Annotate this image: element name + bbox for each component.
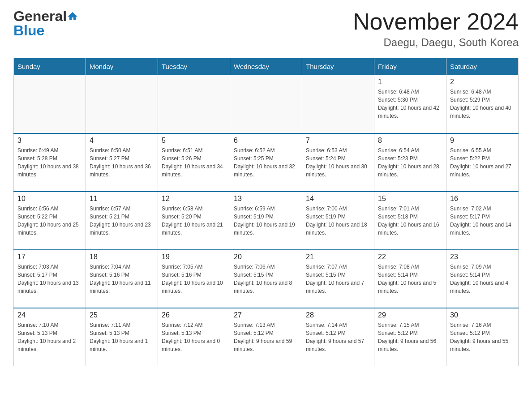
calendar-day-cell: 7Sunrise: 6:53 AMSunset: 5:24 PMDaylight… <box>302 133 374 192</box>
calendar-week-row: 1Sunrise: 6:48 AMSunset: 5:30 PMDaylight… <box>14 75 519 133</box>
day-info: Sunrise: 7:13 AMSunset: 5:12 PMDaylight:… <box>234 321 298 353</box>
day-info: Sunrise: 6:59 AMSunset: 5:19 PMDaylight:… <box>234 205 298 237</box>
day-number: 1 <box>378 78 442 86</box>
weekday-header-saturday: Saturday <box>446 58 519 75</box>
day-info: Sunrise: 7:08 AMSunset: 5:14 PMDaylight:… <box>378 263 442 295</box>
calendar-day-cell: 20Sunrise: 7:06 AMSunset: 5:15 PMDayligh… <box>230 250 302 308</box>
calendar-body: 1Sunrise: 6:48 AMSunset: 5:30 PMDaylight… <box>14 75 519 366</box>
calendar-day-cell: 11Sunrise: 6:57 AMSunset: 5:21 PMDayligh… <box>86 192 158 250</box>
calendar-day-cell: 19Sunrise: 7:05 AMSunset: 5:16 PMDayligh… <box>158 250 230 308</box>
day-info: Sunrise: 7:14 AMSunset: 5:12 PMDaylight:… <box>306 321 370 353</box>
weekday-header-wednesday: Wednesday <box>230 58 302 75</box>
calendar-day-cell: 26Sunrise: 7:12 AMSunset: 5:13 PMDayligh… <box>158 308 230 366</box>
day-info: Sunrise: 7:02 AMSunset: 5:17 PMDaylight:… <box>450 205 515 237</box>
page-title: November 2024 <box>353 9 519 34</box>
day-number: 21 <box>306 253 370 261</box>
day-number: 18 <box>90 253 154 261</box>
calendar-week-row: 10Sunrise: 6:56 AMSunset: 5:22 PMDayligh… <box>14 192 519 250</box>
day-info: Sunrise: 7:16 AMSunset: 5:12 PMDaylight:… <box>450 321 515 353</box>
day-number: 9 <box>450 137 515 145</box>
day-info: Sunrise: 7:09 AMSunset: 5:14 PMDaylight:… <box>450 263 515 295</box>
day-number: 28 <box>306 311 370 319</box>
title-area: November 2024 Daegu, Daegu, South Korea <box>353 9 519 49</box>
day-info: Sunrise: 6:49 AMSunset: 5:28 PMDaylight:… <box>17 146 82 179</box>
day-info: Sunrise: 6:48 AMSunset: 5:29 PMDaylight:… <box>450 88 515 120</box>
day-number: 6 <box>234 137 298 145</box>
day-number: 4 <box>90 137 154 145</box>
calendar-week-row: 17Sunrise: 7:03 AMSunset: 5:17 PMDayligh… <box>14 250 519 308</box>
day-number: 26 <box>162 311 226 319</box>
day-number: 20 <box>234 253 298 261</box>
calendar-day-cell: 22Sunrise: 7:08 AMSunset: 5:14 PMDayligh… <box>374 250 446 308</box>
page-subtitle: Daegu, Daegu, South Korea <box>353 36 519 49</box>
day-number: 23 <box>450 253 515 261</box>
day-info: Sunrise: 6:53 AMSunset: 5:24 PMDaylight:… <box>306 146 370 179</box>
day-number: 5 <box>162 137 226 145</box>
calendar-header: SundayMondayTuesdayWednesdayThursdayFrid… <box>14 58 519 75</box>
calendar-day-cell <box>302 75 374 133</box>
logo-blue-text: Blue <box>13 22 44 39</box>
calendar-day-cell: 10Sunrise: 6:56 AMSunset: 5:22 PMDayligh… <box>14 192 86 250</box>
day-number: 14 <box>306 195 370 203</box>
weekday-header-row: SundayMondayTuesdayWednesdayThursdayFrid… <box>14 58 519 75</box>
day-number: 16 <box>450 195 515 203</box>
calendar-day-cell: 3Sunrise: 6:49 AMSunset: 5:28 PMDaylight… <box>14 133 86 192</box>
calendar-day-cell: 15Sunrise: 7:01 AMSunset: 5:18 PMDayligh… <box>374 192 446 250</box>
weekday-header-monday: Monday <box>86 58 158 75</box>
weekday-header-tuesday: Tuesday <box>158 58 230 75</box>
day-info: Sunrise: 7:06 AMSunset: 5:15 PMDaylight:… <box>234 263 298 295</box>
day-info: Sunrise: 7:00 AMSunset: 5:19 PMDaylight:… <box>306 205 370 237</box>
calendar-day-cell: 8Sunrise: 6:54 AMSunset: 5:23 PMDaylight… <box>374 133 446 192</box>
weekday-header-friday: Friday <box>374 58 446 75</box>
svg-marker-0 <box>68 12 77 20</box>
calendar-day-cell: 9Sunrise: 6:55 AMSunset: 5:22 PMDaylight… <box>446 133 519 192</box>
day-info: Sunrise: 7:01 AMSunset: 5:18 PMDaylight:… <box>378 205 442 237</box>
calendar-day-cell: 30Sunrise: 7:16 AMSunset: 5:12 PMDayligh… <box>446 308 519 366</box>
day-info: Sunrise: 6:51 AMSunset: 5:26 PMDaylight:… <box>162 146 226 179</box>
calendar-day-cell <box>158 75 230 133</box>
calendar-day-cell: 13Sunrise: 6:59 AMSunset: 5:19 PMDayligh… <box>230 192 302 250</box>
day-info: Sunrise: 7:12 AMSunset: 5:13 PMDaylight:… <box>162 321 226 353</box>
day-number: 8 <box>378 137 442 145</box>
day-info: Sunrise: 7:15 AMSunset: 5:12 PMDaylight:… <box>378 321 442 353</box>
day-info: Sunrise: 6:50 AMSunset: 5:27 PMDaylight:… <box>90 146 154 179</box>
day-info: Sunrise: 6:52 AMSunset: 5:25 PMDaylight:… <box>234 146 298 179</box>
day-info: Sunrise: 7:04 AMSunset: 5:16 PMDaylight:… <box>90 263 154 295</box>
day-number: 19 <box>162 253 226 261</box>
calendar-day-cell: 14Sunrise: 7:00 AMSunset: 5:19 PMDayligh… <box>302 192 374 250</box>
day-number: 7 <box>306 137 370 145</box>
day-info: Sunrise: 6:56 AMSunset: 5:22 PMDaylight:… <box>17 205 82 237</box>
calendar-week-row: 3Sunrise: 6:49 AMSunset: 5:28 PMDaylight… <box>14 133 519 192</box>
day-number: 2 <box>450 78 515 86</box>
day-info: Sunrise: 7:03 AMSunset: 5:17 PMDaylight:… <box>17 263 82 295</box>
calendar-day-cell: 24Sunrise: 7:10 AMSunset: 5:13 PMDayligh… <box>14 308 86 366</box>
calendar-day-cell: 5Sunrise: 6:51 AMSunset: 5:26 PMDaylight… <box>158 133 230 192</box>
day-number: 30 <box>450 311 515 319</box>
day-info: Sunrise: 7:07 AMSunset: 5:15 PMDaylight:… <box>306 263 370 295</box>
calendar-day-cell: 12Sunrise: 6:58 AMSunset: 5:20 PMDayligh… <box>158 192 230 250</box>
calendar-day-cell: 29Sunrise: 7:15 AMSunset: 5:12 PMDayligh… <box>374 308 446 366</box>
day-number: 10 <box>17 195 82 203</box>
day-info: Sunrise: 6:48 AMSunset: 5:30 PMDaylight:… <box>378 88 442 120</box>
calendar-day-cell <box>14 75 86 133</box>
day-info: Sunrise: 7:05 AMSunset: 5:16 PMDaylight:… <box>162 263 226 295</box>
day-number: 11 <box>90 195 154 203</box>
calendar-day-cell: 28Sunrise: 7:14 AMSunset: 5:12 PMDayligh… <box>302 308 374 366</box>
day-number: 17 <box>17 253 82 261</box>
calendar-table: SundayMondayTuesdayWednesdayThursdayFrid… <box>13 58 519 366</box>
page-header: General Blue November 2024 Daegu, Daegu,… <box>13 9 519 49</box>
day-info: Sunrise: 6:58 AMSunset: 5:20 PMDaylight:… <box>162 205 226 237</box>
calendar-week-row: 24Sunrise: 7:10 AMSunset: 5:13 PMDayligh… <box>14 308 519 366</box>
calendar-day-cell: 21Sunrise: 7:07 AMSunset: 5:15 PMDayligh… <box>302 250 374 308</box>
day-number: 24 <box>17 311 82 319</box>
calendar-day-cell: 17Sunrise: 7:03 AMSunset: 5:17 PMDayligh… <box>14 250 86 308</box>
day-number: 22 <box>378 253 442 261</box>
calendar-day-cell: 23Sunrise: 7:09 AMSunset: 5:14 PMDayligh… <box>446 250 519 308</box>
day-number: 29 <box>378 311 442 319</box>
weekday-header-thursday: Thursday <box>302 58 374 75</box>
day-info: Sunrise: 6:57 AMSunset: 5:21 PMDaylight:… <box>90 205 154 237</box>
day-number: 27 <box>234 311 298 319</box>
calendar-day-cell: 4Sunrise: 6:50 AMSunset: 5:27 PMDaylight… <box>86 133 158 192</box>
day-number: 13 <box>234 195 298 203</box>
calendar-day-cell: 18Sunrise: 7:04 AMSunset: 5:16 PMDayligh… <box>86 250 158 308</box>
